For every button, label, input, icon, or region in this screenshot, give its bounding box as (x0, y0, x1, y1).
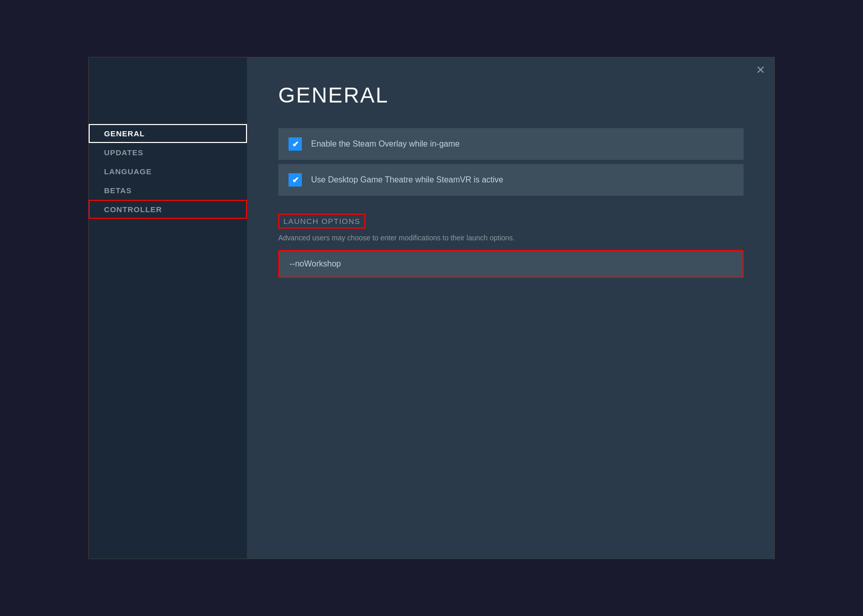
close-button[interactable]: ✕ (756, 65, 765, 76)
launch-options-section: LAUNCH OPTIONS Advanced users may choose… (278, 214, 744, 278)
desktop-theatre-label: Use Desktop Game Theatre while SteamVR i… (311, 175, 503, 184)
sidebar: GENERAL UPDATES LANGUAGE BETAS CONTROLLE… (89, 57, 248, 559)
sidebar-item-language[interactable]: LANGUAGE (89, 162, 247, 181)
sidebar-item-general[interactable]: GENERAL (89, 124, 247, 143)
steam-overlay-label: Enable the Steam Overlay while in-game (311, 139, 460, 149)
checkmark-icon-2: ✔ (292, 175, 299, 185)
desktop-theatre-row: ✔ Use Desktop Game Theatre while SteamVR… (278, 164, 744, 196)
main-content: GENERAL ✔ Enable the Steam Overlay while… (248, 57, 774, 559)
page-title: GENERAL (278, 83, 744, 108)
steam-overlay-checkbox[interactable]: ✔ (289, 137, 302, 151)
sidebar-item-updates[interactable]: UPDATES (89, 143, 247, 162)
settings-dialog: ✕ GENERAL UPDATES LANGUAGE BETAS CONTROL… (88, 57, 775, 559)
sidebar-item-controller[interactable]: CONTROLLER (89, 200, 247, 219)
steam-overlay-row: ✔ Enable the Steam Overlay while in-game (278, 128, 744, 160)
checkmark-icon: ✔ (292, 139, 299, 149)
launch-options-input[interactable] (278, 250, 744, 278)
launch-options-description: Advanced users may choose to enter modif… (278, 234, 744, 242)
sidebar-item-betas[interactable]: BETAS (89, 181, 247, 200)
launch-options-header: LAUNCH OPTIONS (278, 214, 365, 229)
desktop-theatre-checkbox[interactable]: ✔ (289, 173, 302, 187)
